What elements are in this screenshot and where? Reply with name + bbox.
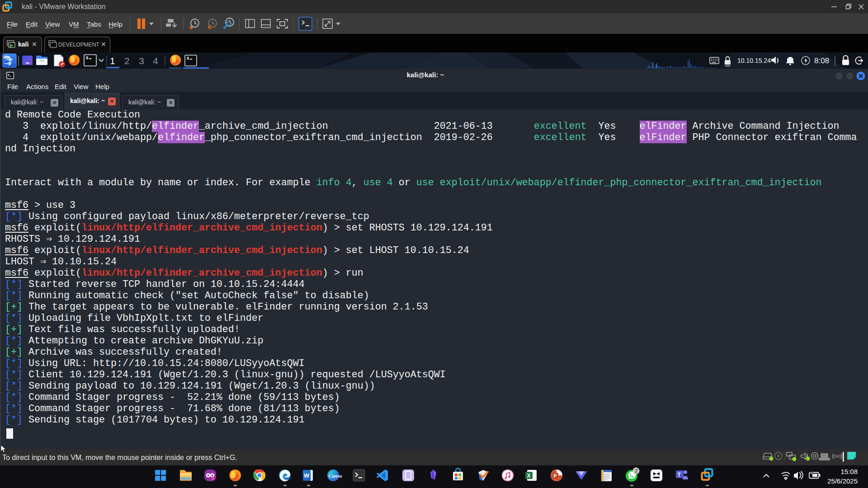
svg-text:W: W <box>304 472 310 479</box>
svg-text:4: 4 <box>153 56 158 66</box>
svg-text:P: P <box>554 474 557 479</box>
svg-text:1: 1 <box>110 56 115 66</box>
svg-text:8:08: 8:08 <box>814 56 829 65</box>
svg-text:X: X <box>527 473 531 479</box>
svg-text:10.10.15.24: 10.10.15.24 <box>737 57 771 64</box>
svg-text:3: 3 <box>139 56 144 66</box>
svg-text:$: $ <box>187 56 189 61</box>
svg-text:2: 2 <box>124 56 130 66</box>
svg-text:Canva: Canva <box>329 473 342 479</box>
svg-text:2: 2 <box>635 468 638 474</box>
svg-text:T: T <box>678 472 681 478</box>
svg-text:$: $ <box>86 56 89 61</box>
